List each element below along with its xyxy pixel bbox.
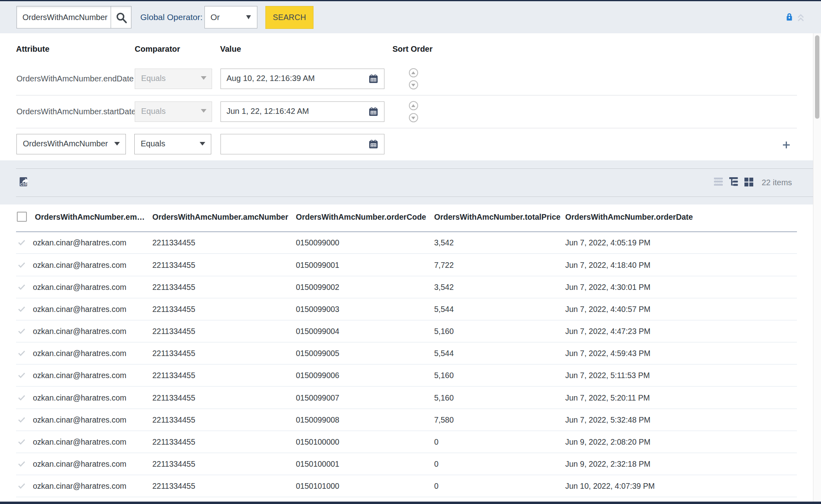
svg-text:CSV: CSV: [20, 183, 27, 186]
